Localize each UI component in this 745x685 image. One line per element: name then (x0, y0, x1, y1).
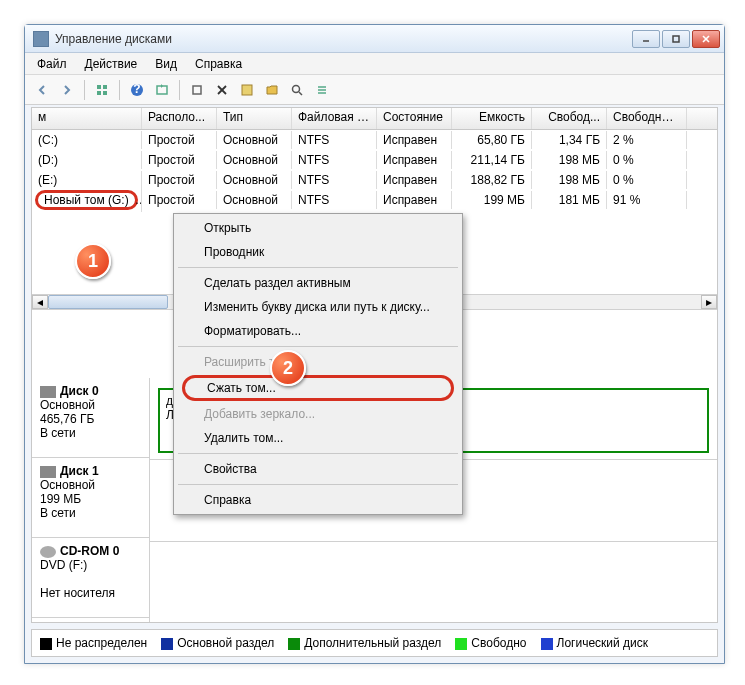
legend: Не распределен Основной раздел Дополните… (31, 629, 718, 657)
col-status[interactable]: Состояние (377, 108, 452, 129)
cdrom-title: CD-ROM 0 (60, 544, 119, 558)
ctx-open[interactable]: Открыть (176, 216, 460, 240)
folder-icon[interactable] (261, 79, 283, 101)
window-title: Управление дисками (55, 32, 632, 46)
properties-icon[interactable] (236, 79, 258, 101)
scroll-thumb[interactable] (48, 295, 168, 309)
ctx-help[interactable]: Справка (176, 488, 460, 512)
col-layout[interactable]: Располо... (142, 108, 217, 129)
titlebar[interactable]: Управление дисками (25, 25, 724, 53)
svg-rect-10 (157, 86, 167, 94)
selected-volume-name: Новый том (G:) (35, 190, 138, 210)
svg-rect-6 (97, 91, 101, 95)
context-menu: Открыть Проводник Сделать раздел активны… (173, 213, 463, 515)
legend-free: Свободно (471, 636, 526, 650)
minimize-button[interactable] (632, 30, 660, 48)
legend-logical: Логический диск (557, 636, 649, 650)
col-freepct[interactable]: Свободно % (607, 108, 687, 129)
forward-button[interactable] (56, 79, 78, 101)
delete-button[interactable] (211, 79, 233, 101)
col-name[interactable]: м (32, 108, 142, 129)
view-button[interactable] (91, 79, 113, 101)
disk-1-status: В сети (40, 506, 76, 520)
volume-row[interactable]: Новый том (G:)ПростойОсновнойNTFSИсправе… (32, 190, 717, 210)
menu-view[interactable]: Вид (147, 55, 185, 73)
disk-0-title: Диск 0 (60, 384, 99, 398)
disk-1-title: Диск 1 (60, 464, 99, 478)
refresh-button[interactable] (151, 79, 173, 101)
help-button[interactable]: ? (126, 79, 148, 101)
ctx-extend: Расширить том... (176, 350, 460, 374)
callout-badge-2: 2 (270, 350, 306, 386)
disk-0-size: 465,76 ГБ (40, 412, 94, 426)
cdrom-icon (40, 546, 56, 558)
col-free[interactable]: Свобод... (532, 108, 607, 129)
settings-button[interactable] (186, 79, 208, 101)
toolbar: ? (25, 75, 724, 105)
disk-0-panel[interactable]: Диск 0 Основной 465,76 ГБ В сети (32, 378, 149, 458)
volume-row[interactable]: (D:)ПростойОсновнойNTFSИсправен211,14 ГБ… (32, 150, 717, 170)
svg-point-15 (293, 85, 300, 92)
legend-unallocated: Не распределен (56, 636, 147, 650)
close-button[interactable] (692, 30, 720, 48)
ctx-explorer[interactable]: Проводник (176, 240, 460, 264)
disk-0-status: В сети (40, 426, 76, 440)
ctx-add-mirror: Добавить зеркало... (176, 402, 460, 426)
ctx-delete[interactable]: Удалить том... (176, 426, 460, 450)
legend-primary: Основной раздел (177, 636, 274, 650)
ctx-format[interactable]: Форматировать... (176, 319, 460, 343)
svg-rect-4 (97, 85, 101, 89)
disk-1-size: 199 МБ (40, 492, 81, 506)
scroll-left-button[interactable]: ◂ (32, 295, 48, 309)
disk-0-type: Основной (40, 398, 95, 412)
legend-extended: Дополнительный раздел (304, 636, 441, 650)
col-fs[interactable]: Файловая с... (292, 108, 377, 129)
list-icon[interactable] (311, 79, 333, 101)
svg-rect-7 (103, 91, 107, 95)
disk-1-type: Основной (40, 478, 95, 492)
menu-file[interactable]: Файл (29, 55, 75, 73)
ctx-change-letter[interactable]: Изменить букву диска или путь к диску... (176, 295, 460, 319)
cdrom-type: DVD (F:) (40, 558, 87, 572)
disk-icon (40, 466, 56, 478)
svg-rect-1 (673, 36, 679, 42)
scroll-right-button[interactable]: ▸ (701, 295, 717, 309)
volume-list-header: м Располо... Тип Файловая с... Состояние… (32, 108, 717, 130)
callout-badge-1: 1 (75, 243, 111, 279)
cdrom-status: Нет носителя (40, 586, 115, 600)
disk-icon (40, 386, 56, 398)
svg-line-16 (299, 92, 302, 95)
menubar: Файл Действие Вид Справка (25, 53, 724, 75)
menu-action[interactable]: Действие (77, 55, 146, 73)
cdrom-panel[interactable]: CD-ROM 0 DVD (F:) Нет носителя (32, 538, 149, 618)
svg-rect-11 (193, 86, 201, 94)
col-type[interactable]: Тип (217, 108, 292, 129)
disk-management-window: Управление дисками Файл Действие Вид Спр… (24, 24, 725, 664)
search-icon[interactable] (286, 79, 308, 101)
ctx-shrink[interactable]: Сжать том... (182, 375, 454, 401)
svg-rect-14 (242, 85, 252, 95)
col-capacity[interactable]: Емкость (452, 108, 532, 129)
volume-row[interactable]: (C:)ПростойОсновнойNTFSИсправен65,80 ГБ1… (32, 130, 717, 150)
volume-row[interactable]: (E:)ПростойОсновнойNTFSИсправен188,82 ГБ… (32, 170, 717, 190)
svg-rect-5 (103, 85, 107, 89)
app-icon (33, 31, 49, 47)
maximize-button[interactable] (662, 30, 690, 48)
svg-text:?: ? (133, 83, 140, 96)
menu-help[interactable]: Справка (187, 55, 250, 73)
ctx-make-active[interactable]: Сделать раздел активным (176, 271, 460, 295)
cdrom-partitions (150, 542, 717, 623)
disk-1-panel[interactable]: Диск 1 Основной 199 МБ В сети (32, 458, 149, 538)
ctx-properties[interactable]: Свойства (176, 457, 460, 481)
back-button[interactable] (31, 79, 53, 101)
